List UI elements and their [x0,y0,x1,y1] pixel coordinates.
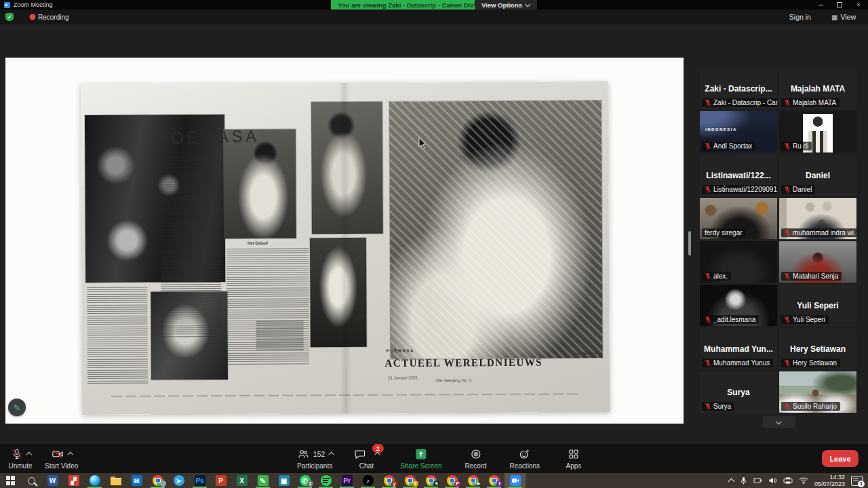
chevron-up-icon[interactable] [328,451,334,457]
tray-battery-icon[interactable] [753,476,762,485]
mic-muted-icon [784,99,791,106]
premiere-icon[interactable]: Pr [336,473,357,488]
chevron-up-icon[interactable] [68,451,73,457]
whatsapp-icon[interactable]: ✆1 [294,473,315,488]
spotify-icon[interactable] [315,473,336,488]
green-app-icon[interactable]: ✎ [252,473,273,488]
mail-icon[interactable]: ✉ [126,473,147,488]
recording-indicator: Recording [30,14,69,21]
view-button[interactable]: ▦ View [826,12,861,22]
maximize-button[interactable] [830,0,849,9]
participant-name-label: Daniel [781,185,815,194]
sign-in-button[interactable]: Sign in [784,12,816,22]
taskbar-clock[interactable]: 14:32 05/07/2023 [814,474,845,487]
close-button[interactable]: × [849,0,868,9]
magazine-text-column [160,156,222,338]
zoom-meeting-window: Zoom Meeting You are viewing Zaki - Data… [0,0,868,488]
participant-tile-zaki-datascrip-can[interactable]: Zaki - Datascrip... Zaki - Datascrip - C… [700,68,777,109]
more-participants-button[interactable] [763,416,795,428]
notification-badge: 1 [858,481,865,487]
chat-button[interactable]: 2 Chat [351,444,381,473]
participant-tile-yuli-seperi[interactable]: Yuli Seperi Yuli Seperi [779,285,856,326]
mic-muted-icon [705,99,711,106]
participant-tile-muhammad-yunus[interactable]: Muhammad Yun... Muhammad Yunus [700,328,777,369]
leave-button[interactable]: Leave [822,450,859,467]
recording-dot-icon [30,14,35,20]
magazine-caption-block [256,321,303,351]
word-icon[interactable]: W [42,473,63,488]
participant-tile-andi-sportax[interactable]: INDONESIA Andi Sportax [700,111,777,152]
apps-label: Apps [566,462,582,470]
window-title: Zoom Meeting [14,1,53,8]
mic-muted-icon [784,186,791,193]
search-icon[interactable] [21,473,42,488]
tiktok-icon[interactable]: ♪ [357,473,378,488]
notification-center-icon[interactable]: 1 [851,476,863,486]
participant-name-label: ferdy siregar [702,228,746,237]
chrome-tab-t-icon[interactable]: T [399,473,420,488]
participant-tile-surya[interactable]: Surya Surya [700,371,777,413]
annotation-pencil-button[interactable]: ✎ [8,399,26,416]
participant-tile-matahari-senja[interactable]: Matahari Senja [779,241,856,283]
tray-wifi-icon[interactable] [799,476,808,485]
reactions-button[interactable]: Reactions [510,444,540,473]
participant-tile-daniel[interactable]: Daniel Daniel [779,155,856,196]
powerpoint-icon[interactable]: P [210,473,231,488]
start-video-button[interactable]: Start Video [45,444,78,473]
red-app-icon[interactable]: ▞ [63,473,84,488]
magazine-photo-seated-man [311,102,383,235]
chevron-down-icon [525,1,530,7]
edge-icon[interactable] [84,473,105,488]
participant-tile-ferdy-siregar[interactable]: ferdy siregar [700,198,777,239]
tray-mic-icon[interactable] [740,476,747,485]
chrome-tab-y-icon[interactable]: y [378,473,399,488]
chrome-tab-s-icon[interactable]: S [420,473,441,488]
participant-tile-muhammad-indra-wi[interactable]: muhammad indra wi... [779,198,856,239]
mic-muted-icon [705,316,711,323]
encryption-shield-icon[interactable]: ✓ [5,13,14,21]
participants-button[interactable]: 152 Participants [297,444,333,473]
telegram-icon[interactable]: ➤ [168,473,189,488]
apps-button[interactable]: Apps [559,444,589,473]
participants-label: Participants [297,462,332,470]
mic-muted-icon [784,272,791,280]
panel-resize-handle[interactable] [688,231,691,256]
participant-tile-majalah-mata[interactable]: Majalah MATA Majalah MATA [779,68,856,109]
participant-tile-adit-lesmana[interactable]: _adit.lesmana [700,285,777,326]
reactions-icon [518,448,531,460]
chevron-up-icon[interactable] [26,451,31,457]
view-options-button[interactable]: View Options [475,0,537,9]
photoshop-icon[interactable]: Ps [189,473,210,488]
mic-muted-icon [784,229,791,237]
share-screen-button[interactable]: Share Screen [400,444,441,473]
participant-tile-hery-setiawan[interactable]: Hery Setiawan Hery Setiawan [779,328,856,369]
record-button[interactable]: Record [461,444,491,473]
minimize-button[interactable] [811,0,830,9]
tray-printer-icon[interactable] [783,476,793,485]
record-label: Record [465,462,486,470]
teal-app-icon[interactable]: ▣ [273,473,294,488]
meeting-toolbar: Unmute Start Video [0,444,868,473]
start-icon[interactable] [0,473,21,488]
magazine-text-column [87,287,148,384]
chrome-tab-f-icon[interactable]: f [484,473,505,488]
mic-off-icon [11,448,23,460]
hidden-icons-chevron[interactable] [728,479,735,485]
photo-caption: Het Gebed [248,241,268,245]
participant-tile-listinawati-12209091[interactable]: Listinawati/122... Listinawati/12209091/… [700,155,777,196]
participants-icon [297,448,310,460]
excel-icon[interactable]: X [231,473,252,488]
reactions-label: Reactions [510,462,540,470]
participant-tile-alex[interactable]: alex. [700,241,777,283]
unmute-button[interactable]: Unmute [5,444,35,473]
participant-tile-susilo-raharjo[interactable]: Susilo Raharjo [779,371,856,413]
chrome-tab-p-icon[interactable]: P [441,473,462,488]
clock-time: 14:32 [814,474,845,481]
magazine-headline: POEWASA [157,126,260,148]
tray-volume-icon[interactable] [768,476,777,485]
participant-tile-ru-di[interactable]: Ru di [779,111,856,152]
chrome-profile-icon[interactable] [147,473,168,488]
file-explorer-icon[interactable] [105,473,126,488]
chrome-tab-cursor-icon[interactable]: ➤ [462,473,484,488]
zoom-icon[interactable] [505,473,526,488]
